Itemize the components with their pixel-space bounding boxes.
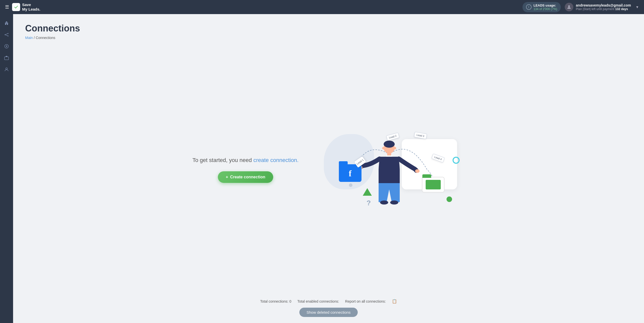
- svg-rect-9: [5, 57, 9, 60]
- svg-line-6: [6, 35, 8, 36]
- user-email: andrewsavemyleads@gmail.com: [576, 3, 631, 7]
- breadcrumb-current: Connections: [36, 36, 55, 40]
- lead-card-3: Lead 3: [414, 132, 427, 139]
- bottom-stats: Total connections: 0 Total enabled conne…: [25, 295, 632, 317]
- logo-text: Save My Leads.: [22, 3, 41, 12]
- svg-rect-18: [386, 155, 392, 157]
- user-area: andrewsavemyleads@gmail.com Plan |Start|…: [565, 3, 639, 11]
- main-layout: $ Connections Main / Connections T: [0, 14, 644, 323]
- svg-marker-19: [388, 157, 390, 163]
- center-area: To get started, you need create connecti…: [25, 48, 632, 291]
- svg-point-10: [6, 68, 8, 69]
- info-icon: i: [526, 4, 532, 10]
- illustration: f Lead 1 Lead 2 Lead 3 Lead 4: [314, 119, 465, 220]
- hamburger-icon[interactable]: ☰: [5, 4, 9, 10]
- page-title: Connections: [25, 23, 632, 34]
- svg-text:$: $: [6, 45, 7, 48]
- report-icon[interactable]: 📋: [392, 299, 397, 304]
- create-connection-button[interactable]: + Create connection: [218, 171, 273, 183]
- avatar: [565, 3, 573, 11]
- user-info: andrewsavemyleads@gmail.com Plan |Start|…: [576, 3, 631, 11]
- green-folder-inner: [426, 180, 441, 189]
- leads-usage-count: 134 of 2'000 (7%): [534, 7, 557, 11]
- create-connection-link[interactable]: create connection.: [253, 157, 299, 163]
- fb-letter: f: [349, 169, 351, 178]
- sidebar-item-home[interactable]: [2, 18, 12, 28]
- green-folder: [422, 177, 445, 196]
- tagline: To get started, you need create connecti…: [192, 156, 299, 164]
- plus-icon: +: [226, 175, 228, 179]
- green-folder-body: [422, 177, 445, 192]
- logo-icon: [12, 3, 20, 11]
- total-enabled-label: Total enabled connections:: [297, 299, 339, 303]
- svg-point-16: [394, 147, 396, 149]
- breadcrumb: Main / Connections: [25, 36, 632, 40]
- lead-card-2: Lead 2: [386, 133, 399, 141]
- leads-usage-label: LEADS usage:: [534, 4, 557, 7]
- svg-rect-0: [14, 5, 19, 10]
- breadcrumb-main[interactable]: Main: [25, 36, 33, 40]
- stats-row: Total connections: 0 Total enabled conne…: [260, 299, 397, 304]
- sidebar-item-billing[interactable]: $: [2, 41, 12, 51]
- svg-point-23: [390, 200, 398, 205]
- svg-point-1: [568, 5, 570, 7]
- svg-point-14: [384, 141, 395, 148]
- report-label: Report on all connections:: [345, 299, 386, 303]
- total-connections-value: 0: [289, 299, 291, 303]
- svg-point-22: [380, 200, 388, 205]
- user-plan: Plan |Start| left until payment 132 days: [576, 7, 631, 11]
- deco-circle-green: [447, 196, 452, 202]
- logo: Save My Leads.: [12, 3, 41, 12]
- sidebar-item-services[interactable]: [2, 53, 12, 63]
- svg-line-5: [6, 34, 8, 34]
- deco-triangle: [363, 188, 372, 196]
- deco-dot: [349, 183, 352, 187]
- svg-point-4: [8, 35, 8, 36]
- deco-question: ?: [367, 199, 371, 207]
- create-btn-label: Create connection: [230, 175, 265, 179]
- svg-point-3: [8, 33, 8, 34]
- total-connections-label: Total connections: 0: [260, 299, 291, 303]
- green-folder-tab: [422, 174, 431, 178]
- show-deleted-button[interactable]: Show deleted connections: [299, 308, 357, 317]
- leads-usage-box: i LEADS usage: 134 of 2'000 (7%): [522, 2, 561, 12]
- svg-point-2: [5, 34, 6, 35]
- cta-section: To get started, you need create connecti…: [192, 156, 299, 183]
- svg-rect-17: [387, 152, 391, 156]
- leads-usage-area: i LEADS usage: 134 of 2'000 (7%): [522, 2, 561, 12]
- sidebar-item-connections[interactable]: [2, 30, 12, 40]
- svg-point-13: [384, 142, 395, 153]
- topnav: ☰ Save My Leads. i LEADS usage: 134 of 2…: [0, 0, 644, 14]
- sidebar-item-account[interactable]: [2, 64, 12, 74]
- deco-circle-teal: [453, 157, 460, 164]
- sidebar: $: [0, 14, 13, 323]
- facebook-folder: f: [339, 164, 361, 186]
- svg-point-15: [382, 147, 385, 149]
- user-dropdown-arrow[interactable]: ▼: [635, 5, 639, 9]
- main-content: Connections Main / Connections To get st…: [13, 14, 644, 323]
